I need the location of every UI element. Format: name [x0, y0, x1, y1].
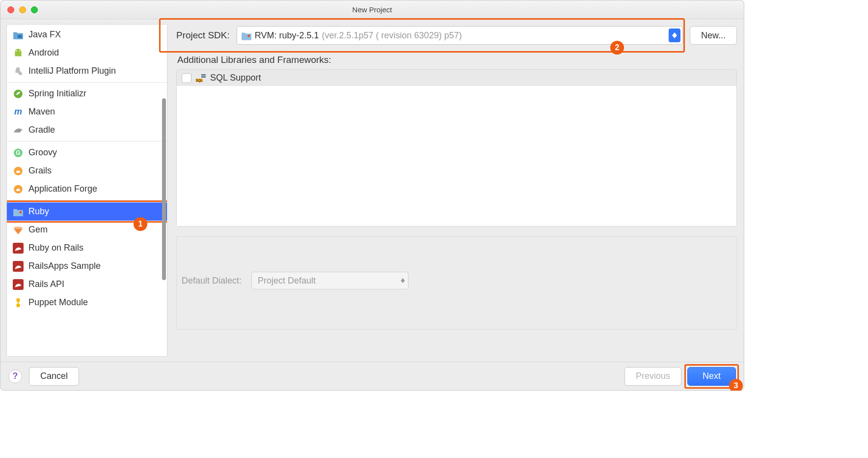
gradle-icon — [13, 125, 24, 135]
scrollbar-thumb[interactable] — [162, 98, 166, 280]
dialog-footer: ? Cancel Previous Next 3 — [0, 362, 744, 390]
sidebar-item-label: Gem — [28, 225, 48, 235]
spring-icon — [13, 89, 24, 99]
project-type-list-inner: Java FX Android IntelliJ Platform Plugin — [7, 25, 167, 313]
sidebar-item-groovy[interactable]: G Groovy — [7, 143, 167, 162]
sidebar-item-puppet-module[interactable]: Puppet Module — [7, 293, 167, 312]
folder-fx-icon — [13, 30, 24, 40]
sidebar-item-gradle[interactable]: Gradle — [7, 121, 167, 139]
sidebar-item-application-forge[interactable]: Application Forge — [7, 180, 167, 198]
sidebar-item-label: IntelliJ Platform Plugin — [28, 66, 116, 76]
maven-icon: m — [13, 107, 24, 117]
checkbox[interactable] — [182, 73, 191, 83]
sidebar-item-label: Maven — [28, 107, 55, 117]
previous-button[interactable]: Previous — [624, 367, 681, 386]
dialog-body: Java FX Android IntelliJ Platform Plugin — [0, 19, 744, 362]
svg-point-2 — [19, 50, 20, 51]
sdk-name: RVM: ruby-2.5.1 — [255, 30, 319, 41]
sidebar-item-gem[interactable]: Gem — [7, 221, 167, 239]
dropdown-arrows-icon — [401, 278, 405, 283]
rails-icon — [13, 243, 24, 253]
project-type-list[interactable]: Java FX Android IntelliJ Platform Plugin — [6, 24, 167, 357]
titlebar: New Project — [0, 0, 744, 19]
dialect-dropdown[interactable]: Project Default — [251, 272, 408, 289]
frameworks-list[interactable]: SQL SQL Support — [176, 69, 737, 227]
puppet-icon — [13, 298, 24, 308]
sidebar-item-label: Java FX — [28, 29, 61, 40]
sdk-row: Project SDK: RVM: ruby-2.5.1 (ver.2.5.1p… — [176, 26, 737, 45]
sidebar-item-label: Groovy — [28, 147, 57, 158]
new-sdk-button[interactable]: New... — [690, 26, 737, 45]
sidebar-item-label: Rails API — [28, 279, 64, 289]
svg-rect-0 — [18, 34, 22, 38]
sidebar-item-intellij-plugin[interactable]: IntelliJ Platform Plugin — [7, 62, 167, 80]
sidebar-divider — [7, 82, 167, 83]
help-button[interactable]: ? — [8, 370, 22, 383]
rails-icon — [13, 261, 24, 271]
sidebar-item-ruby[interactable]: Ruby — [7, 202, 167, 221]
next-button[interactable]: Next — [687, 367, 736, 386]
grails-icon — [13, 166, 24, 176]
sidebar-item-label: Ruby on Rails — [28, 243, 83, 253]
svg-rect-12 — [17, 304, 20, 307]
sdk-label: Project SDK: — [176, 30, 230, 41]
main-panel: Project SDK: RVM: ruby-2.5.1 (ver.2.5.1p… — [167, 19, 744, 362]
frameworks-label: Additional Libraries and Frameworks: — [177, 55, 737, 65]
sdk-version: (ver.2.5.1p57 ( revision 63029) p57) — [322, 30, 462, 41]
sidebar-item-label: Grails — [28, 166, 52, 176]
sidebar-item-railsapps-sample[interactable]: RailsApps Sample — [7, 257, 167, 275]
svg-rect-13 — [18, 301, 19, 303]
intellij-plugin-icon — [13, 66, 24, 76]
sidebar-item-ruby-on-rails[interactable]: Ruby on Rails — [7, 239, 167, 257]
svg-rect-11 — [17, 298, 20, 302]
dialect-value: Project Default — [258, 276, 316, 286]
sidebar-item-label: Ruby — [28, 206, 49, 217]
ruby-icon — [241, 30, 252, 40]
sidebar-item-spring[interactable]: Spring Initializr — [7, 85, 167, 103]
dropdown-arrows-icon — [669, 29, 680, 42]
sidebar-item-android[interactable]: Android — [7, 44, 167, 62]
sidebar-item-java-fx[interactable]: Java FX — [7, 26, 167, 44]
svg-text:G: G — [16, 149, 20, 156]
new-project-dialog: New Project Java FX Android — [0, 0, 744, 391]
sidebar-item-rails-api[interactable]: Rails API — [7, 275, 167, 293]
cancel-button[interactable]: Cancel — [29, 367, 79, 386]
framework-label: SQL Support — [210, 73, 261, 83]
sidebar-divider — [7, 141, 167, 142]
svg-point-1 — [16, 50, 17, 51]
rails-icon — [13, 280, 24, 289]
sidebar-item-label: Puppet Module — [28, 297, 88, 308]
dialect-panel: Default Dialect: Project Default — [176, 236, 737, 330]
gem-icon — [13, 225, 24, 235]
sql-icon: SQL — [195, 73, 206, 83]
svg-rect-17 — [201, 76, 206, 76]
svg-text:SQL: SQL — [196, 79, 203, 83]
sidebar-item-label: Application Forge — [28, 184, 97, 194]
sidebar-item-label: Spring Initializr — [28, 88, 86, 99]
sdk-dropdown[interactable]: RVM: ruby-2.5.1 (ver.2.5.1p57 ( revision… — [237, 26, 683, 45]
groovy-icon: G — [13, 148, 24, 158]
window-title: New Project — [0, 5, 744, 14]
sidebar-item-label: Gradle — [28, 125, 55, 135]
sidebar-item-maven[interactable]: m Maven — [7, 103, 167, 121]
dialect-label: Default Dialect: — [182, 276, 242, 286]
android-icon — [13, 48, 24, 58]
ruby-icon — [13, 207, 24, 217]
sidebar-divider — [7, 200, 167, 200]
framework-item-sql-support[interactable]: SQL SQL Support — [177, 70, 736, 86]
sidebar-item-label: Android — [28, 48, 59, 58]
sidebar-item-label: RailsApps Sample — [28, 261, 101, 271]
sidebar-item-grails[interactable]: Grails — [7, 162, 167, 180]
grails-icon — [13, 184, 24, 194]
